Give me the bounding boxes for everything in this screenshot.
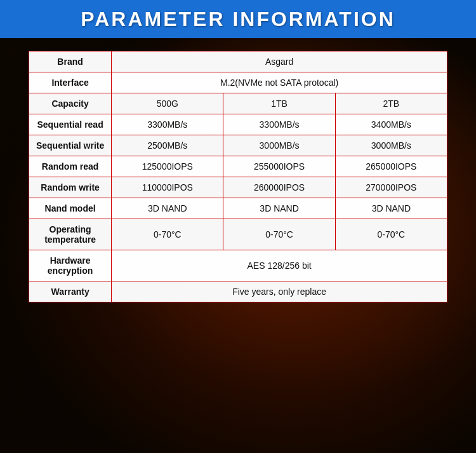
val-interface: M.2(NVMe not SATA protocal) xyxy=(112,72,447,93)
val-seq-write-500g: 2500MB/s xyxy=(112,135,223,156)
val-temp-500g: 0-70°C xyxy=(112,219,223,250)
val-rand-write-1tb: 260000IPOS xyxy=(223,177,335,198)
val-seq-write-2tb: 3000MB/s xyxy=(335,135,447,156)
val-seq-read-2tb: 3400MB/s xyxy=(335,114,447,135)
val-rand-write-500g: 110000IPOS xyxy=(112,177,223,198)
val-encryption: AES 128/256 bit xyxy=(112,250,447,281)
parameter-table-container: Brand Asgard Interface M.2(NVMe not SATA… xyxy=(29,51,447,302)
label-warranty: Warranty xyxy=(29,281,112,302)
val-temp-1tb: 0-70°C xyxy=(223,219,335,250)
val-capacity-1tb: 1TB xyxy=(223,93,335,114)
label-encryption: Hardware encryption xyxy=(29,250,112,281)
table-row: Interface M.2(NVMe not SATA protocal) xyxy=(29,72,447,93)
val-nand-1tb: 3D NAND xyxy=(223,198,335,219)
val-seq-read-1tb: 3300MB/s xyxy=(223,114,335,135)
val-nand-2tb: 3D NAND xyxy=(335,198,447,219)
table-row: Random write 110000IPOS 260000IPOS 27000… xyxy=(29,177,447,198)
table-row: Operating temperature 0-70°C 0-70°C 0-70… xyxy=(29,219,447,250)
val-temp-2tb: 0-70°C xyxy=(335,219,447,250)
table-row: Sequential read 3300MB/s 3300MB/s 3400MB… xyxy=(29,114,447,135)
val-capacity-500g: 500G xyxy=(112,93,223,114)
label-capacity: Capacity xyxy=(29,93,112,114)
val-rand-write-2tb: 270000IPOS xyxy=(335,177,447,198)
label-brand: Brand xyxy=(29,51,112,72)
val-rand-read-1tb: 255000IOPS xyxy=(223,156,335,177)
val-seq-read-500g: 3300MB/s xyxy=(112,114,223,135)
label-interface: Interface xyxy=(29,72,112,93)
table-row: Sequential write 2500MB/s 3000MB/s 3000M… xyxy=(29,135,447,156)
table-row: Random read 125000IOPS 255000IOPS 265000… xyxy=(29,156,447,177)
label-rand-write: Random write xyxy=(29,177,112,198)
val-seq-write-1tb: 3000MB/s xyxy=(223,135,335,156)
label-rand-read: Random read xyxy=(29,156,112,177)
val-rand-read-500g: 125000IOPS xyxy=(112,156,223,177)
val-rand-read-2tb: 265000IOPS xyxy=(335,156,447,177)
header-bar: PARAMETER INFORMATION xyxy=(0,0,476,38)
parameter-table: Brand Asgard Interface M.2(NVMe not SATA… xyxy=(29,51,447,302)
label-seq-write: Sequential write xyxy=(29,135,112,156)
val-nand-500g: 3D NAND xyxy=(112,198,223,219)
page-title: PARAMETER INFORMATION xyxy=(81,8,395,31)
table-row: Nand model 3D NAND 3D NAND 3D NAND xyxy=(29,198,447,219)
table-row: Capacity 500G 1TB 2TB xyxy=(29,93,447,114)
val-brand: Asgard xyxy=(112,51,447,72)
label-nand: Nand model xyxy=(29,198,112,219)
val-capacity-2tb: 2TB xyxy=(335,93,447,114)
label-seq-read: Sequential read xyxy=(29,114,112,135)
table-row: Brand Asgard xyxy=(29,51,447,72)
val-warranty: Five years, only replace xyxy=(112,281,447,302)
table-row: Warranty Five years, only replace xyxy=(29,281,447,302)
label-temp: Operating temperature xyxy=(29,219,112,250)
table-row: Hardware encryption AES 128/256 bit xyxy=(29,250,447,281)
